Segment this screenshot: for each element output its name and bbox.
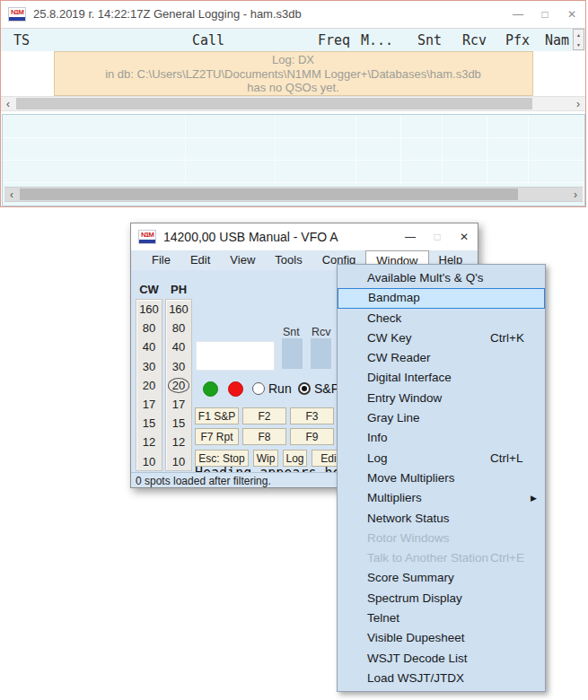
menu-item-log[interactable]: LogCtrl+L	[338, 449, 545, 468]
band-cw-20[interactable]: 20	[136, 376, 162, 395]
scroll-left-icon[interactable]: ‹	[4, 188, 19, 201]
menu-item-label: Move Multipliers	[367, 471, 455, 485]
fkey-f9[interactable]: F9	[290, 428, 334, 445]
band-label: 17	[172, 398, 185, 411]
band-ph-12[interactable]: 12	[166, 433, 191, 451]
band-cw-80[interactable]: 80	[136, 319, 162, 337]
log-grid[interactable]: ‹ ›	[2, 114, 585, 206]
fkey-esc-stop[interactable]: Esc: Stop	[195, 450, 249, 467]
grid-column-line	[528, 115, 529, 184]
band-label: 12	[143, 435, 155, 449]
sp-radio[interactable]	[298, 382, 311, 395]
menu-item-score-summary[interactable]: Score Summary	[338, 568, 545, 588]
entry-window-controls: — □ ✕	[397, 223, 478, 250]
menu-item-check[interactable]: Check	[338, 309, 545, 328]
column-header-nam[interactable]: Nam	[545, 32, 569, 48]
log-header-spinner[interactable]: ▲ ▼	[573, 29, 584, 50]
spinner-down-icon[interactable]: ▼	[574, 39, 584, 49]
log-upper-scrollbar[interactable]: ‹ ›	[1, 96, 585, 111]
column-header-call[interactable]: Call	[192, 32, 224, 48]
band-cw-10[interactable]: 10	[136, 452, 162, 471]
menubar-item-file[interactable]: File	[142, 250, 180, 270]
band-ph-20[interactable]: 20	[166, 376, 191, 395]
spinner-up-icon[interactable]: ▲	[574, 30, 584, 39]
menu-shortcut: Ctrl+L	[490, 449, 522, 468]
band-ph-80[interactable]: 80	[166, 319, 191, 337]
close-icon[interactable]: ✕	[451, 223, 478, 250]
log-column-headers: TSCallFreqM...SntRcvPfxNam	[1, 28, 585, 51]
scroll-right-icon[interactable]: ›	[571, 97, 585, 110]
menu-shortcut: Ctrl+E	[490, 548, 524, 568]
menu-item-load-wsjt-jtdx[interactable]: Load WSJT/JTDX	[338, 669, 545, 688]
log-window-titlebar[interactable]: N1M 25.8.2019 г. 14:22:17Z General Loggi…	[1, 1, 585, 27]
menu-item-cw-key[interactable]: CW KeyCtrl+K	[338, 328, 545, 348]
sp-radio-label[interactable]: S&P	[314, 381, 339, 396]
run-radio[interactable]	[252, 382, 265, 395]
band-cw-12[interactable]: 12	[136, 433, 162, 451]
close-icon[interactable]: ✕	[558, 1, 585, 27]
band-label: 17	[143, 398, 155, 411]
menu-item-multipliers[interactable]: Multipliers▶	[338, 488, 545, 508]
menu-item-visible-dupesheet[interactable]: Visible Dupesheet	[338, 628, 545, 648]
band-cw-30[interactable]: 30	[136, 357, 162, 376]
fkey-log[interactable]: Log	[283, 450, 307, 467]
menubar-item-view[interactable]: View	[220, 250, 265, 270]
maximize-icon[interactable]: □	[531, 1, 558, 27]
fkey-f7-rpt[interactable]: F7 Rpt	[195, 428, 239, 445]
menubar-item-edit[interactable]: Edit	[180, 250, 220, 270]
fkey-f1-s-p[interactable]: F1 S&P	[195, 407, 239, 424]
menu-item-talk-to-another-station[interactable]: Talk to Another StationCtrl+E	[338, 548, 545, 568]
band-cw-17[interactable]: 17	[136, 395, 162, 414]
column-header-m[interactable]: M...	[361, 32, 393, 48]
band-ph-40[interactable]: 40	[166, 337, 191, 356]
run-radio-label[interactable]: Run	[268, 381, 292, 396]
scroll-right-icon[interactable]: ›	[568, 188, 583, 201]
menu-item-info[interactable]: Info	[338, 428, 545, 448]
menu-item-gray-line[interactable]: Gray Line	[338, 408, 545, 428]
band-cw-40[interactable]: 40	[136, 337, 162, 356]
scrollbar-thumb[interactable]	[16, 98, 532, 109]
fkey-f2[interactable]: F2	[242, 407, 286, 424]
menu-item-telnet[interactable]: Telnet	[338, 608, 545, 628]
callsign-input[interactable]	[196, 341, 275, 371]
band-ph-10[interactable]: 10	[166, 452, 191, 471]
rcv-field[interactable]	[311, 338, 331, 369]
scrollbar-thumb[interactable]	[20, 188, 518, 200]
menu-item-available-mult-s-q-s[interactable]: Available Mult's & Q's	[338, 268, 545, 288]
band-ph-15[interactable]: 15	[166, 414, 191, 433]
snt-field[interactable]	[282, 338, 303, 369]
menu-item-digital-interface[interactable]: Digital Interface	[338, 368, 545, 388]
band-cw-160[interactable]: 160	[136, 300, 162, 319]
menu-item-wsjt-decode-list[interactable]: WSJT Decode List	[338, 649, 545, 669]
menubar-item-tools[interactable]: Tools	[265, 250, 312, 270]
menu-item-network-status[interactable]: Network Status	[338, 509, 545, 529]
menu-item-bandmap[interactable]: Bandmap	[338, 288, 545, 308]
menu-item-cw-reader[interactable]: CW Reader	[338, 348, 545, 368]
band-cw-15[interactable]: 15	[136, 414, 162, 433]
band-ph-30[interactable]: 30	[166, 357, 191, 376]
menu-item-entry-window[interactable]: Entry Window	[338, 389, 545, 408]
column-header-rcv[interactable]: Rcv	[462, 32, 487, 48]
menu-item-rotor-windows[interactable]: Rotor Windows	[338, 529, 545, 548]
log-grid-scrollbar[interactable]: ‹ ›	[4, 187, 583, 202]
fkey-f8[interactable]: F8	[242, 428, 286, 445]
column-header-snt[interactable]: Snt	[417, 32, 442, 48]
column-header-ts[interactable]: TS	[13, 32, 30, 48]
menu-item-move-multipliers[interactable]: Move Multipliers	[338, 468, 545, 488]
rcv-label: Rcv	[312, 326, 331, 338]
minimize-icon[interactable]: —	[397, 223, 424, 250]
column-header-freq[interactable]: Freq	[318, 32, 350, 48]
menu-item-spectrum-display[interactable]: Spectrum Display	[338, 589, 545, 608]
menu-item-label: Network Status	[367, 512, 450, 525]
entry-window-titlebar[interactable]: N1M 14200,00 USB Manual - VFO A — □ ✕	[131, 223, 478, 250]
band-ph-17[interactable]: 17	[166, 395, 191, 414]
band-ph-160[interactable]: 160	[166, 300, 191, 319]
fkey-wip[interactable]: Wip	[253, 450, 278, 467]
maximize-icon[interactable]: □	[424, 223, 451, 250]
column-header-pfx[interactable]: Pfx	[505, 32, 530, 48]
scroll-left-icon[interactable]: ‹	[1, 97, 15, 110]
log-message-line: in db: C:\Users\LZ2TU\Documents\N1MM Log…	[55, 67, 532, 82]
fkey-f3[interactable]: F3	[290, 407, 334, 424]
minimize-icon[interactable]: —	[505, 1, 531, 27]
grid-column-line	[400, 115, 401, 184]
